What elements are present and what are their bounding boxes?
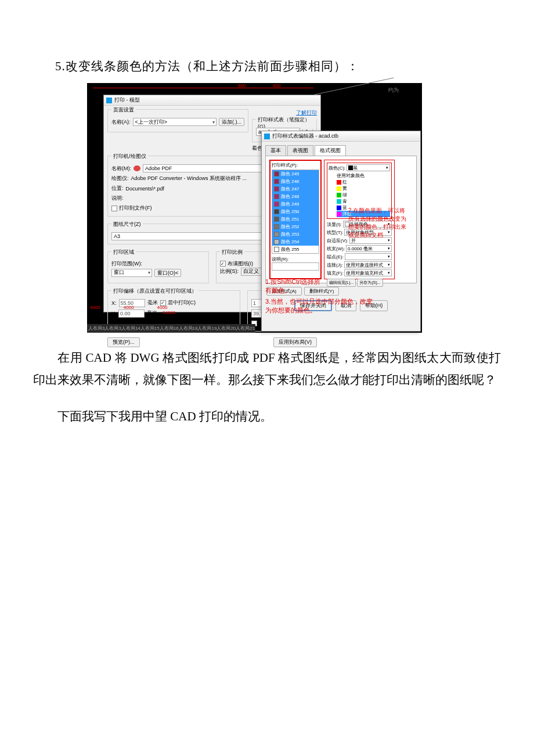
color-item[interactable]: 颜色 254 [272, 238, 319, 246]
location-value: Documents\*.pdf [126, 186, 165, 192]
prop-label: 填充(F): [327, 270, 343, 276]
cad-dim: 4000 [157, 305, 168, 310]
group-legend: 打印比例 [220, 249, 244, 256]
group-legend: 打印偏移（原点设置在可打印区域） [111, 287, 199, 295]
color-item[interactable]: 颜色 247 [272, 185, 319, 193]
field-label: 绘图仪: [111, 175, 129, 182]
embedded-screenshot: 800 800 约为 打印 - 模型 页面设置 名称(A): <上一次打印> 添… [87, 83, 422, 333]
dialog-titlebar: 打印 - 模型 [104, 95, 320, 106]
paper-size-select[interactable]: A3 [111, 232, 271, 240]
desc-label: 说明(R): [272, 256, 319, 262]
app-icon [106, 98, 112, 103]
prop-label: 淡显(I): [327, 221, 342, 228]
print-area-group: 打印区域 打印范围(W): 窗口 窗口(O)< [107, 251, 209, 283]
color-item[interactable]: 颜色 255 [272, 246, 319, 253]
group-legend: 打印机/绘图仪 [111, 153, 148, 160]
tab-table[interactable]: 表视图 [287, 145, 313, 156]
apply-button[interactable]: 应用到布局(V) [273, 337, 317, 347]
plotter-value: Adobe PDF Converter - Windows 系统驱动程序 ... [131, 175, 247, 182]
prop-label: 颜色(C): [329, 165, 345, 171]
prop-label: 线型(T): [327, 229, 343, 236]
color-item[interactable]: 颜色 250 [272, 208, 319, 215]
color-select[interactable]: 黑 [347, 164, 390, 171]
paragraph-2: 下面我写下我用中望 CAD 打印的情况。 [17, 406, 517, 428]
range-label: 打印范围(W): [111, 260, 205, 268]
app-icon [264, 134, 270, 139]
desc-input[interactable] [272, 262, 319, 271]
print-to-file-checkbox[interactable]: 打印到文件(F) [111, 204, 152, 212]
endcap-select[interactable] [345, 253, 392, 260]
prop-label: 线宽(W): [327, 246, 345, 252]
editor-titlebar: 打印样式表编辑器 - acad.ctb [262, 131, 420, 142]
color-item[interactable]: 颜色 252 [272, 223, 319, 231]
dialog-title: 打印 - 模型 [114, 96, 140, 104]
tab-basic[interactable]: 基本 [265, 145, 286, 156]
cad-dim: 800 [238, 83, 246, 88]
saveas-button[interactable]: 另存为(S)... [357, 279, 383, 287]
add-button[interactable]: 添加(.)... [219, 118, 244, 126]
fit-paper-checkbox[interactable]: ✓布满图纸(I) [220, 260, 254, 268]
field-label: 比例(S): [220, 268, 239, 275]
color-list[interactable]: 颜色 245颜色 246颜色 247颜色 248颜色 249颜色 250颜色 2… [272, 170, 319, 254]
window-button[interactable]: 窗口(O)< [154, 269, 181, 277]
cad-tabs: 人布局3人布局3人布局14人布局15人布局16人布局18人布局19人布局20人布… [87, 324, 255, 333]
fill-select[interactable]: 使用对象填充样式 [344, 269, 392, 276]
color-item[interactable]: 颜色 251 [272, 215, 319, 223]
join-select[interactable]: 使用对象连接样式 [344, 261, 392, 268]
group-legend: 图纸尺寸(Z) [111, 221, 143, 228]
cad-dim: 800 [273, 83, 280, 88]
editor-title: 打印样式表编辑器 - acad.ctb [272, 132, 338, 140]
section-heading: 5.改变线条颜色的方法（和上述方法前面步骤相同）： [55, 58, 517, 74]
field-label: 名称(M): [111, 165, 131, 172]
group-legend: 打印区域 [111, 249, 136, 256]
page-name-select[interactable]: <上一次打印> [133, 118, 217, 126]
field-label: 位置: [111, 185, 124, 192]
cad-dim: 24000 [90, 310, 248, 315]
color-item[interactable]: 颜色 249 [272, 200, 319, 208]
prop-label: 端点(E): [327, 254, 344, 260]
lineweight-select[interactable]: 0.0000 毫米 [346, 245, 392, 252]
field-label: 说明: [111, 195, 124, 202]
annotation-2: 2.在颜色里面，可以将所有选择的颜色改变为想要的颜色，打印出来就是黑白文档 [348, 207, 418, 239]
range-select[interactable]: 窗口 [111, 269, 152, 277]
learn-print-link[interactable]: 了解打印 [296, 110, 317, 116]
prop-label: 连接(J): [327, 262, 343, 268]
color-item[interactable]: 颜色 253 [272, 231, 319, 238]
color-item[interactable]: 颜色 248 [272, 193, 319, 200]
cad-dim: 4000 [90, 305, 100, 310]
tab-format[interactable]: 格式视图 [315, 145, 346, 156]
paper-size-group: 图纸尺寸(Z) A3 [107, 224, 275, 244]
annotation-1: 1.按Shift\Ctrl选择所有颜色。 [265, 278, 341, 296]
group-legend: 页面设置 [111, 106, 136, 114]
style-editor-dialog: 打印样式表编辑器 - acad.ctb 基本 表视图 格式视图 打印样式(P):… [261, 131, 421, 332]
color-item[interactable]: 颜色 245 [272, 170, 319, 178]
color-item[interactable]: 颜色 246 [272, 178, 319, 185]
annotation-3: 3.当然，也可以只选中部分颜色，改变为你想要的颜色。 [265, 297, 410, 315]
cad-dim: 4000 [124, 305, 134, 310]
page-setup-group: 页面设置 名称(A): <上一次打印> 添加(.)... [107, 109, 248, 132]
preview-button[interactable]: 预览(P)... [107, 337, 140, 347]
styles-label: 打印样式(P): [272, 162, 319, 168]
paragraph-1: 在用 CAD 将 DWG 格式图纸打印成 PDF 格式图纸是，经常因为图纸太大而… [17, 347, 517, 391]
field-label: 名称(A): [111, 118, 131, 126]
